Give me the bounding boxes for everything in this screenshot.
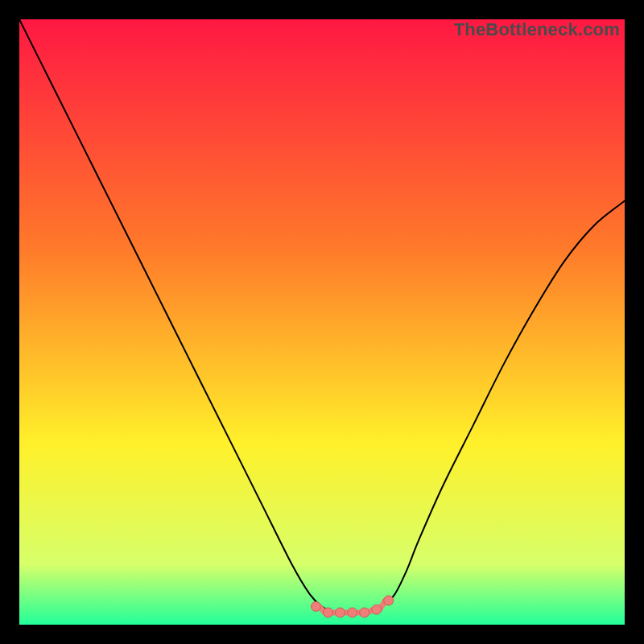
chart-canvas: TheBottleneck.com: [0, 0, 644, 644]
marker-dot: [372, 605, 382, 614]
marker-dot: [384, 596, 394, 605]
watermark-text: TheBottleneck.com: [454, 19, 620, 40]
marker-dot: [348, 608, 357, 617]
plot-area: TheBottleneck.com: [19, 19, 625, 625]
chart-svg: [19, 19, 625, 625]
gradient-background: [19, 19, 625, 625]
marker-dot: [324, 608, 333, 617]
marker-dot: [360, 608, 369, 617]
marker-dot: [311, 601, 320, 611]
marker-dot: [336, 608, 345, 617]
